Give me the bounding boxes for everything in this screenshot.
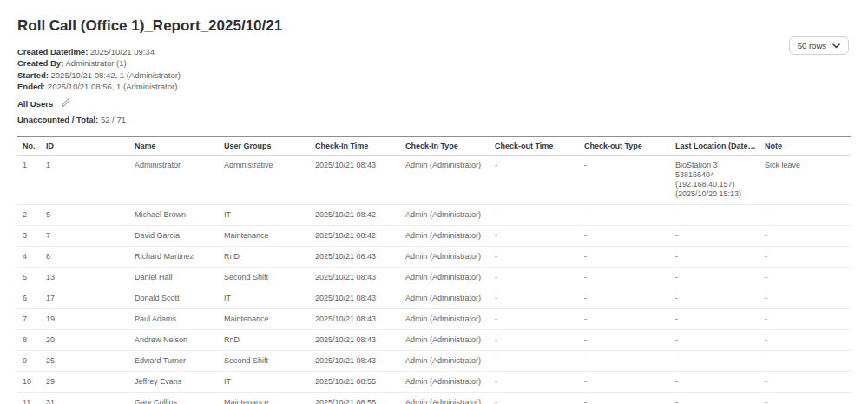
table-row: 25Michael BrownIT2025/10/21 08:42Admin (…: [17, 204, 851, 225]
table-cell: -: [495, 267, 584, 288]
table-cell: -: [495, 225, 584, 246]
pencil-icon: [61, 97, 70, 110]
table-cell: -: [495, 371, 584, 392]
table-cell: -: [495, 329, 584, 350]
users-filter-label: All Users: [17, 98, 53, 109]
table-cell: -: [765, 392, 851, 404]
table-cell: -: [765, 225, 851, 246]
table-cell: -: [675, 267, 765, 288]
table-cell: 2: [17, 204, 46, 225]
table-cell: 7: [17, 308, 46, 329]
table-cell: Administrator: [135, 155, 224, 204]
table-cell: Daniel Hall: [135, 267, 224, 288]
table-cell: Richard Martinez: [135, 246, 224, 267]
table-cell: BioStation 3 538166404 (192.168.40.157) …: [675, 155, 765, 204]
table-cell: 13: [46, 267, 135, 288]
table-cell: -: [584, 392, 675, 404]
table-cell: Second Shift: [224, 350, 315, 371]
table-cell: 1: [17, 155, 46, 204]
table-cell: -: [675, 308, 765, 329]
rows-per-page-value: 50 rows: [798, 41, 826, 50]
table-cell: Andrew Nelson: [135, 329, 224, 350]
table-cell: 2025/10/21 08:43: [315, 246, 405, 267]
table-body: 11AdministratorAdministrative2025/10/21 …: [17, 155, 851, 404]
table-cell: Edward Turner: [135, 350, 224, 371]
column-header: Check-In Type: [405, 136, 495, 155]
table-cell: -: [584, 371, 675, 392]
table-cell: 29: [46, 371, 135, 392]
column-header: Check-out Type: [584, 136, 675, 155]
unaccounted-total-label: Unaccounted / Total:: [17, 115, 98, 124]
table-cell: Paul Adams: [135, 308, 224, 329]
table-cell: 19: [46, 308, 135, 329]
column-header: Note: [765, 136, 851, 155]
table-cell: Maintenance: [224, 308, 315, 329]
table-cell: -: [584, 267, 675, 288]
table-cell: -: [495, 204, 584, 225]
table-cell: IT: [224, 204, 315, 225]
table-cell: 5: [46, 204, 135, 225]
table-cell: -: [584, 155, 675, 204]
edit-users-filter-button[interactable]: [61, 97, 70, 110]
meta-label: Created Datetime:: [17, 47, 88, 56]
table-cell: -: [765, 288, 851, 308]
table-cell: -: [584, 225, 675, 246]
table-row: 48Richard MartinezRnD2025/10/21 08:43Adm…: [17, 246, 851, 267]
table-cell: Michael Brown: [135, 204, 224, 225]
table-cell: -: [765, 308, 851, 329]
table-cell: Admin (Administrator): [405, 155, 495, 204]
table-cell: -: [765, 329, 851, 350]
table-cell: Admin (Administrator): [405, 392, 495, 404]
table-cell: -: [495, 246, 584, 267]
table-cell: 3: [17, 225, 46, 246]
meta-line: Created Datetime: 2025/10/21 09:34: [17, 46, 851, 57]
table-cell: 2025/10/21 08:43: [315, 288, 405, 308]
table-cell: IT: [224, 288, 315, 308]
table-cell: Admin (Administrator): [405, 246, 495, 267]
table-cell: Admin (Administrator): [405, 350, 495, 371]
table-cell: -: [765, 371, 851, 392]
table-cell: Donald Scott: [135, 288, 224, 308]
table-cell: 11: [17, 392, 46, 404]
column-header: Last Location (Datetime): [675, 136, 765, 155]
table-row: 719Paul AdamsMaintenance2025/10/21 08:43…: [17, 308, 851, 329]
table-cell: 8: [46, 246, 135, 267]
table-cell: -: [765, 246, 851, 267]
table-cell: -: [584, 204, 675, 225]
table-cell: RnD: [224, 329, 315, 350]
table-cell: -: [495, 392, 584, 404]
table-cell: -: [584, 308, 675, 329]
column-header: Check-out Time: [495, 136, 584, 155]
table-cell: Administrative: [224, 155, 315, 204]
column-header: Name: [135, 136, 224, 155]
meta-line: Started: 2025/10/21 08:42, 1 (Administra…: [17, 70, 851, 81]
table-cell: 2025/10/21 08:55: [315, 392, 405, 404]
table-cell: 25: [46, 350, 135, 371]
table-cell: Second Shift: [224, 267, 315, 288]
column-header: No.: [17, 136, 46, 155]
users-filter-row: All Users: [17, 97, 851, 110]
table-cell: 7: [46, 225, 135, 246]
table-cell: -: [675, 288, 765, 308]
report-page: 50 rows Roll Call (Office 1)_Report_2025…: [0, 17, 868, 404]
rows-per-page-select[interactable]: 50 rows: [789, 36, 849, 55]
table-cell: 10: [17, 371, 46, 392]
table-row: 37David GarciaMaintenance2025/10/21 08:4…: [17, 225, 851, 246]
table-cell: 2025/10/21 08:42: [315, 204, 405, 225]
table-row: 11AdministratorAdministrative2025/10/21 …: [17, 155, 851, 204]
table-row: 513Daniel HallSecond Shift2025/10/21 08:…: [17, 267, 851, 288]
page-title: Roll Call (Office 1)_Report_2025/10/21: [17, 17, 851, 35]
table-cell: Admin (Administrator): [405, 329, 495, 350]
table-cell: Maintenance: [224, 225, 315, 246]
table-cell: Admin (Administrator): [405, 288, 495, 308]
roll-call-table: No.IDNameUser GroupsCheck-In TimeCheck-I…: [17, 136, 851, 404]
table-cell: Admin (Administrator): [405, 204, 495, 225]
table-cell: -: [495, 308, 584, 329]
table-cell: Sick leave: [765, 155, 851, 204]
meta-line: Created By: Administrator (1): [17, 57, 851, 69]
column-header: ID: [46, 136, 135, 155]
table-cell: -: [584, 288, 675, 308]
column-header: Check-In Time: [315, 136, 405, 155]
table-cell: 9: [17, 350, 46, 371]
table-cell: IT: [224, 371, 315, 392]
